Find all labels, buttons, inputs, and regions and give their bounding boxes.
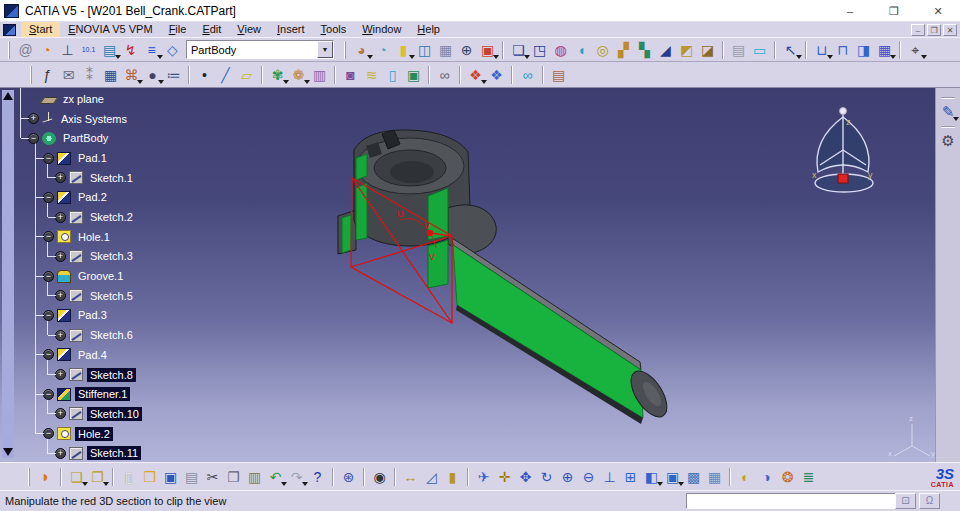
slot-icon[interactable]: ▚: [634, 40, 655, 60]
groove-icon[interactable]: ◖: [571, 40, 592, 60]
zoom-out-icon[interactable]: ⊖: [578, 467, 599, 487]
expand-badge[interactable]: +: [55, 408, 66, 419]
tree-item-label[interactable]: Groove.1: [75, 269, 126, 283]
tree-item-sketch-10[interactable]: +Sketch.10: [14, 406, 142, 422]
mdi-restore-button[interactable]: ❐: [927, 24, 941, 36]
toolbar-handle[interactable]: [8, 41, 10, 59]
expand-badge[interactable]: +: [55, 172, 66, 183]
tree-item-groove-1[interactable]: −Groove.1: [14, 268, 126, 284]
tree-item-pad-3[interactable]: −Pad.3: [14, 307, 110, 323]
tree-item-label[interactable]: Sketch.10: [87, 407, 142, 421]
print-icon[interactable]: ▤: [181, 467, 202, 487]
expand-badge[interactable]: +: [55, 448, 66, 459]
menu-insert[interactable]: Insert: [269, 22, 313, 37]
target-icon[interactable]: ⊕: [456, 40, 477, 60]
3d-viewport[interactable]: U V V z x y z x y: [0, 88, 960, 462]
split-view-icon[interactable]: ◫: [414, 40, 435, 60]
save-catalog-icon[interactable]: ❐: [87, 467, 108, 487]
tree-item-label[interactable]: Sketch.5: [87, 289, 136, 303]
toolbar-handle[interactable]: [30, 66, 32, 84]
tree-item-hole-2[interactable]: −Hole.2: [14, 426, 113, 442]
toolbar-handle[interactable]: [941, 126, 955, 128]
redo-icon[interactable]: ↷: [286, 467, 307, 487]
pad-icon[interactable]: ❏: [508, 40, 529, 60]
wireframe-box-icon[interactable]: ▦: [435, 40, 456, 60]
loft-icon[interactable]: ◩: [676, 40, 697, 60]
tree-item-axis-systems[interactable]: +Axis Systems: [14, 111, 130, 127]
render-camera-icon[interactable]: ◉: [369, 467, 390, 487]
menu-enovia-v5-vpm[interactable]: ENOVIA V5 VPM: [60, 22, 160, 37]
wireframe-icon[interactable]: ▦: [704, 467, 725, 487]
tree-item-sketch-8[interactable]: +Sketch.8: [14, 367, 136, 383]
fly-mode-icon[interactable]: ✈: [473, 467, 494, 487]
sketch-tools-icon[interactable]: ✎: [938, 102, 958, 122]
plane-icon[interactable]: ▱: [236, 65, 257, 85]
knowledge-button[interactable]: Ω: [919, 493, 940, 509]
paint-part-icon[interactable]: ◙: [340, 65, 361, 85]
collapse-badge[interactable]: −: [43, 349, 54, 360]
open-catalog-icon[interactable]: ❏: [66, 467, 87, 487]
measure-between-icon[interactable]: ↔: [400, 467, 421, 487]
dropdown-arrow-icon[interactable]: [953, 117, 959, 121]
save-icon[interactable]: ▣: [160, 467, 181, 487]
swap-space-icon[interactable]: ◑: [756, 467, 777, 487]
split-body-icon[interactable]: ❖: [465, 65, 486, 85]
collapse-badge[interactable]: −: [43, 310, 54, 321]
normal-view-icon[interactable]: ⊥: [599, 467, 620, 487]
whats-this-icon[interactable]: ?: [307, 467, 328, 487]
menu-view[interactable]: View: [229, 22, 269, 37]
expand-badge[interactable]: +: [28, 113, 39, 124]
open-document-icon[interactable]: ❒: [139, 467, 160, 487]
tree-item-hole-1[interactable]: −Hole.1: [14, 229, 113, 245]
toolbar-handle[interactable]: [28, 468, 30, 486]
paste-icon[interactable]: ▥: [244, 467, 265, 487]
magnifier-icon[interactable]: ❂: [777, 467, 798, 487]
menu-tools[interactable]: Tools: [313, 22, 355, 37]
toolbar-handle[interactable]: [344, 41, 346, 59]
trim-body-icon[interactable]: ❖: [486, 65, 507, 85]
select-arrow-icon[interactable]: ↖: [780, 40, 801, 60]
lock-icon[interactable]: ●: [142, 65, 163, 85]
tree-item-sketch-3[interactable]: +Sketch.3: [14, 248, 136, 264]
shaded-sphere-icon[interactable]: ◕: [351, 40, 372, 60]
pan-icon[interactable]: ✥: [515, 467, 536, 487]
tools-gear-icon[interactable]: ⚙: [938, 131, 958, 151]
doc-window-button[interactable]: ⊡: [895, 493, 916, 509]
sketcher-icon[interactable]: ◇: [162, 40, 183, 60]
zoom-in-icon[interactable]: ⊕: [557, 467, 578, 487]
tree-scrollbar[interactable]: [2, 90, 14, 458]
tree-item-pad-4[interactable]: −Pad.4: [14, 347, 110, 363]
tree-item-label[interactable]: Sketch.2: [87, 210, 136, 224]
tree-item-stiffener-1[interactable]: −Stiffener.1: [14, 386, 130, 402]
expand-badge[interactable]: +: [55, 369, 66, 380]
tree-item-label[interactable]: PartBody: [60, 131, 111, 145]
tree-item-label[interactable]: Sketch.1: [87, 171, 136, 185]
minimize-button[interactable]: –: [828, 0, 872, 21]
ratio-icon[interactable]: ⁑: [79, 65, 100, 85]
cut-icon[interactable]: ✂: [202, 467, 223, 487]
dropdown-arrow-icon[interactable]: [493, 55, 499, 59]
toon-sphere-icon[interactable]: ◔: [372, 40, 393, 60]
fit-all-icon[interactable]: ✛: [494, 467, 515, 487]
close-button[interactable]: ✕: [916, 0, 960, 21]
rotate-icon[interactable]: ↻: [536, 467, 557, 487]
collapse-badge[interactable]: −: [43, 271, 54, 282]
menu-edit[interactable]: Edit: [194, 22, 229, 37]
iso-view-icon[interactable]: ◧: [641, 467, 662, 487]
close-surface-icon[interactable]: ▣: [403, 65, 424, 85]
update-icon[interactable]: ↯: [120, 40, 141, 60]
tree-item-partbody[interactable]: −PartBody: [14, 130, 111, 146]
tree-item-label[interactable]: Pad.3: [75, 308, 110, 322]
view-compass[interactable]: z x y: [812, 108, 873, 193]
grid-icon[interactable]: ▦: [874, 40, 895, 60]
menu-window[interactable]: Window: [354, 22, 409, 37]
tree-item-pad-1[interactable]: −Pad.1: [14, 150, 110, 166]
enovia-connection-icon[interactable]: @: [15, 40, 36, 60]
hole-icon[interactable]: ◎: [592, 40, 613, 60]
tree-item-label[interactable]: Axis Systems: [58, 112, 130, 126]
frame-window-icon[interactable]: ▭: [749, 40, 770, 60]
dropdown-arrow-icon[interactable]: [921, 55, 927, 59]
constraints-dimension-icon[interactable]: 10.1: [78, 40, 99, 60]
mdi-close-button[interactable]: ✕: [943, 24, 957, 36]
tree-item-label[interactable]: Hole.1: [75, 230, 113, 244]
